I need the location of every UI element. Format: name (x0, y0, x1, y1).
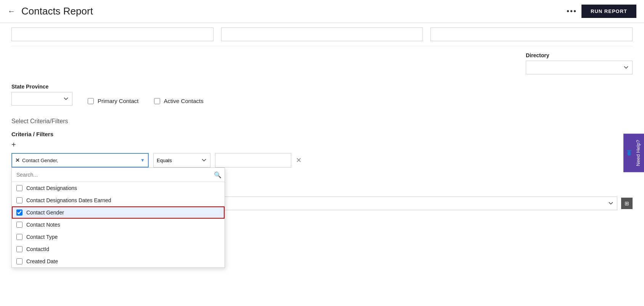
directory-section: Directory (11, 46, 633, 77)
active-contacts-group: Active Contacts (154, 98, 204, 106)
dropdown-item-checkbox[interactable] (16, 185, 22, 191)
criteria-value-text: Contact Gender, (22, 158, 138, 163)
criteria-dropdown: ✕ Contact Gender, ▼ 🔍 Contact Designatio… (11, 153, 149, 167)
dropdown-item-checkbox[interactable] (16, 234, 22, 240)
dropdown-search-row: 🔍 (12, 168, 225, 182)
dropdown-item[interactable]: Contact Type (12, 231, 225, 243)
primary-contact-label: Primary Contact (98, 98, 139, 104)
dropdown-item-checkbox[interactable] (16, 197, 22, 203)
dropdown-item[interactable]: Contact Designations Dates Earned (12, 194, 225, 206)
criteria-value-input[interactable] (215, 153, 291, 167)
top-filters (11, 23, 633, 46)
criteria-select-display[interactable]: ✕ Contact Gender, ▼ (11, 153, 149, 167)
add-criteria-button[interactable]: + (11, 140, 16, 149)
dropdown-item[interactable]: Contact Gender (12, 206, 225, 219)
dropdown-item-checkbox[interactable] (16, 222, 22, 228)
dropdown-list: Contact DesignationsContact Designations… (12, 182, 225, 267)
criteria-dropdown-arrow: ▼ (140, 158, 145, 163)
active-contacts-checkbox[interactable] (154, 98, 160, 104)
back-button[interactable]: ← (8, 7, 15, 16)
dropdown-search-input[interactable] (15, 170, 214, 179)
criteria-dropdown-popup: 🔍 Contact DesignationsContact Designatio… (11, 167, 225, 268)
dropdown-item[interactable]: Contact Designations (12, 182, 225, 194)
state-province-select[interactable] (11, 92, 72, 106)
primary-contact-checkbox[interactable] (88, 98, 94, 104)
state-province-group: State Province (11, 84, 72, 106)
more-options-button[interactable]: ••• (567, 7, 577, 16)
dropdown-item-checkbox[interactable] (16, 209, 22, 216)
dropdown-item-checkbox[interactable] (16, 246, 22, 252)
main-content: Directory State Province Primary Contact… (0, 23, 644, 306)
filter-input-3[interactable] (430, 27, 633, 41)
dropdown-item-label: Contact Type (26, 234, 58, 240)
header-actions: ••• RUN REPORT (567, 5, 636, 18)
operator-select[interactable]: EqualsNot EqualsContainsDoes Not Contain… (153, 153, 210, 167)
grid-icon-button[interactable]: ⊞ (621, 198, 633, 209)
select-criteria-title: Select Criteria/Filters (11, 112, 633, 128)
dropdown-item-label: Contact Gender (26, 209, 64, 216)
state-row: State Province Primary Contact Active Co… (11, 77, 633, 112)
dropdown-item[interactable]: Created Date (12, 255, 225, 267)
directory-label: Directory (526, 52, 633, 58)
active-contacts-label: Active Contacts (164, 98, 204, 104)
filter-input-1[interactable] (11, 27, 214, 41)
dropdown-search-button[interactable]: 🔍 (214, 171, 222, 179)
dropdown-item-label: Created Date (26, 258, 58, 264)
filter-input-2[interactable] (221, 27, 423, 41)
criteria-label: Criteria / Filters (11, 131, 633, 137)
dropdown-item-checkbox[interactable] (16, 258, 22, 264)
need-help-icon: 👤 (626, 150, 632, 156)
dropdown-item-label: ContactId (26, 246, 49, 252)
directory-select[interactable] (526, 61, 633, 74)
directory-group: Directory (526, 52, 633, 74)
dropdown-item-label: Contact Designations Dates Earned (26, 197, 111, 203)
run-report-button[interactable]: RUN REPORT (581, 5, 636, 18)
remove-criteria-button[interactable]: ✕ (296, 156, 302, 164)
dropdown-item[interactable]: Contact Notes (12, 219, 225, 231)
criteria-row: ✕ Contact Gender, ▼ 🔍 Contact Designatio… (11, 153, 633, 167)
criteria-section: Criteria / Filters + ✕ Contact Gender, ▼… (11, 128, 633, 174)
need-help-label: Need Help? (635, 140, 641, 166)
page-title: Contacts Report (21, 5, 567, 17)
dropdown-item-label: Contact Designations (26, 185, 77, 191)
page-header: ← Contacts Report ••• RUN REPORT (0, 0, 644, 23)
need-help-tab[interactable]: 👤 Need Help? (623, 134, 644, 172)
state-province-label: State Province (11, 84, 72, 90)
criteria-clear-x[interactable]: ✕ (15, 157, 20, 163)
dropdown-item-label: Contact Notes (26, 222, 60, 228)
dropdown-item[interactable]: ContactId (12, 243, 225, 255)
primary-contact-group: Primary Contact (88, 98, 139, 106)
